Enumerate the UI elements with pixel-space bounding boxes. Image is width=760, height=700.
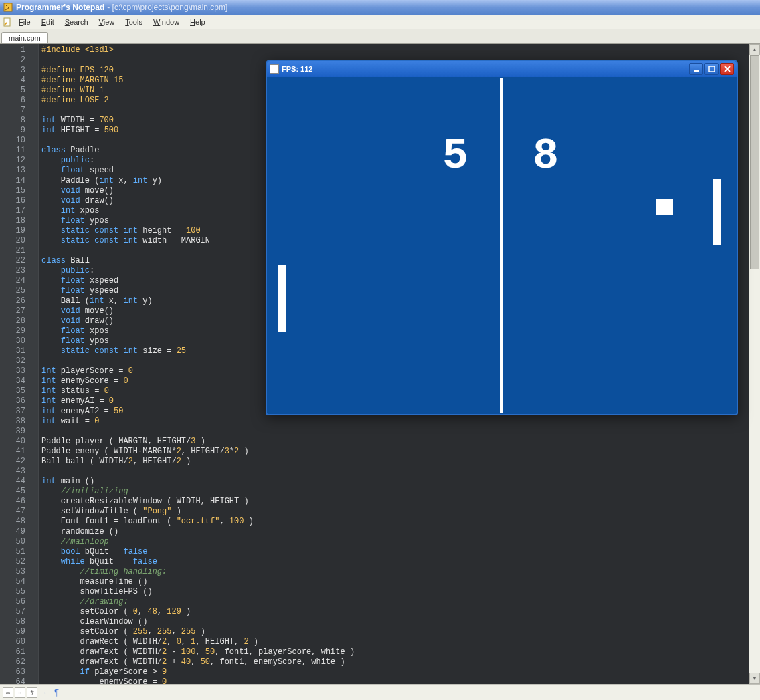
- status-btn-3[interactable]: #: [27, 687, 37, 698]
- player-paddle: [278, 265, 286, 332]
- maximize-button[interactable]: [704, 63, 719, 75]
- tabbar: main.cpm: [0, 29, 760, 44]
- game-window[interactable]: FPS: 112 5 8: [266, 60, 738, 415]
- scroll-thumb[interactable]: [750, 55, 759, 269]
- app-icon: [3, 2, 13, 13]
- status-btn-2[interactable]: ↔: [15, 687, 25, 698]
- menu-file[interactable]: File: [13, 17, 36, 27]
- menu-edit[interactable]: Edit: [36, 17, 60, 27]
- line-number-gutter: 1234567891011121314151617181920212223242…: [0, 44, 29, 684]
- minimize-button[interactable]: [689, 63, 703, 75]
- scroll-down-arrow[interactable]: ▼: [749, 673, 760, 684]
- status-arrow-icon: →: [40, 689, 48, 697]
- close-button[interactable]: [720, 63, 734, 75]
- menu-window[interactable]: Window: [148, 17, 185, 27]
- game-titlebar[interactable]: FPS: 112: [267, 61, 737, 77]
- ball: [656, 199, 673, 215]
- game-title: FPS: 112: [282, 65, 312, 73]
- menu-search[interactable]: Search: [60, 17, 94, 27]
- menu-help[interactable]: Help: [185, 17, 211, 27]
- fold-column: [29, 44, 39, 684]
- doc-path: - [c:\cpm\projects\pong\main.cpm]: [107, 3, 227, 12]
- game-canvas: 5 8: [268, 78, 735, 413]
- new-file-icon[interactable]: [1, 17, 13, 27]
- game-app-icon: [270, 64, 279, 74]
- net-line: [500, 78, 503, 413]
- statusbar: ▭ ↔ # → ¶: [0, 684, 760, 700]
- enemy-paddle: [713, 179, 721, 245]
- player-score: 5: [442, 132, 466, 181]
- menubar: File Edit Search View Tools Window Help: [0, 15, 760, 29]
- menu-tools[interactable]: Tools: [120, 17, 148, 27]
- status-btn-1[interactable]: ▭: [3, 687, 13, 698]
- menu-view[interactable]: View: [94, 17, 120, 27]
- pilcrow-icon[interactable]: ¶: [54, 687, 59, 697]
- svg-rect-3: [709, 66, 715, 72]
- enemy-score: 8: [533, 132, 556, 181]
- scroll-up-arrow[interactable]: ▲: [749, 44, 760, 55]
- vertical-scrollbar[interactable]: ▲ ▼: [749, 44, 760, 684]
- app-title: Programmer's Notepad: [16, 3, 104, 12]
- main-titlebar: Programmer's Notepad - [c:\cpm\projects\…: [0, 0, 760, 15]
- tab-main-cpm[interactable]: main.cpm: [1, 32, 48, 43]
